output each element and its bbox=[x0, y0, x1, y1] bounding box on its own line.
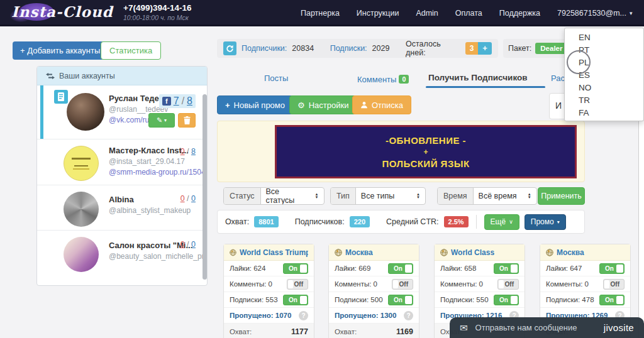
time-filter: Время Всё время ▲▼ bbox=[437, 187, 537, 205]
account-name: Albina bbox=[109, 195, 191, 204]
quota-total[interactable]: 8 bbox=[187, 95, 192, 107]
unsubscribe-button[interactable]: Отписка bbox=[352, 95, 411, 114]
statistics-button[interactable]: Статистика bbox=[101, 41, 161, 60]
comments-value: Комменты: 0 bbox=[546, 280, 589, 288]
promo-card-header[interactable]: Москва bbox=[329, 244, 419, 261]
refresh-button[interactable] bbox=[223, 41, 236, 55]
likes-toggle[interactable]: On bbox=[599, 263, 625, 274]
status-filter-select[interactable]: Все статусы ▲▼ bbox=[261, 188, 324, 204]
accounts-panel-header: Ваши аккаунты bbox=[37, 67, 207, 85]
avatar[interactable] bbox=[64, 237, 99, 272]
page-scrollbar-track[interactable] bbox=[638, 121, 644, 338]
account-row-albina[interactable]: Albina @albina_stylist_makeup 0 / 0 bbox=[37, 185, 207, 230]
avatar[interactable] bbox=[64, 146, 99, 181]
days-left-value: 3 bbox=[465, 42, 478, 55]
subscriptions-toggle[interactable]: On bbox=[599, 295, 625, 305]
tab-comments[interactable]: Комменты0 bbox=[357, 74, 409, 85]
status-filter-label: Статус bbox=[224, 188, 261, 204]
subscriptions-row: Подписки: 553 On bbox=[224, 292, 314, 308]
plus-icon: + bbox=[225, 101, 230, 110]
help-icon[interactable]: ? bbox=[299, 311, 308, 320]
account-handle: @beauty_salon_michelle_profi bbox=[109, 252, 208, 261]
account-row-master-class[interactable]: Мастер-Класс Inst... @insta_start_29.04.… bbox=[37, 139, 207, 185]
time-filter-select[interactable]: Всё время ▲▼ bbox=[474, 188, 536, 204]
card-reach-label: Охват: bbox=[230, 328, 252, 335]
likes-toggle[interactable]: On bbox=[494, 263, 519, 274]
likes-toggle[interactable]: On bbox=[283, 263, 308, 274]
subscriptions-toggle[interactable]: On bbox=[283, 295, 308, 305]
package-badge: Dealer bbox=[535, 43, 567, 54]
promo-card-header[interactable]: Москва bbox=[540, 244, 630, 261]
lang-option-no[interactable]: NO bbox=[565, 82, 643, 94]
quota-used[interactable]: 0 bbox=[180, 194, 185, 203]
brand-logo[interactable]: Insta-Cloud bbox=[11, 3, 113, 20]
comments-toggle[interactable]: Off bbox=[603, 279, 625, 290]
help-icon[interactable]: ? bbox=[404, 311, 413, 320]
quota-used[interactable]: 7 bbox=[174, 95, 179, 107]
promo-dropdown-button[interactable]: Промо ▾ bbox=[525, 214, 566, 230]
chevron-down-icon: ▾ bbox=[164, 117, 167, 123]
tab-get-subscribers[interactable]: Получить Подписчиков bbox=[428, 73, 528, 82]
more-button[interactable]: Ещё ∨ bbox=[484, 214, 519, 230]
add-accounts-button[interactable]: + Добавить аккаунты bbox=[13, 41, 108, 60]
profile-stats-bar: Подписчики: 20834 Подписки: 2029 Осталос… bbox=[217, 39, 498, 58]
document-icon bbox=[57, 92, 65, 101]
likes-toggle[interactable]: On bbox=[388, 263, 413, 274]
lang-option-tr[interactable]: TR bbox=[565, 94, 643, 107]
promo-card-header[interactable]: World Class Triumph bbox=[224, 244, 314, 261]
updown-arrows-icon: ▲▼ bbox=[416, 193, 420, 199]
app: Insta-Cloud +7(499)394-14-16 10:00-18:00… bbox=[0, 0, 644, 338]
comments-toggle[interactable]: Off bbox=[287, 279, 308, 290]
subscriptions-toggle[interactable]: On bbox=[494, 295, 519, 305]
tab-posts[interactable]: Посты bbox=[264, 74, 288, 83]
avatar[interactable] bbox=[64, 192, 99, 227]
avatar[interactable] bbox=[67, 93, 104, 131]
facebook-icon: f bbox=[162, 97, 171, 106]
account-row-salon[interactable]: Салон красоты "Mi... @beauty_salon_miche… bbox=[37, 230, 207, 277]
more-label: Ещё bbox=[491, 217, 506, 226]
promo-card-header[interactable]: World Class bbox=[435, 244, 525, 261]
sidebar-scrollbar[interactable] bbox=[203, 94, 207, 280]
selected-account-stripe bbox=[40, 85, 43, 139]
globe-icon bbox=[546, 249, 553, 256]
comments-toggle[interactable]: Off bbox=[392, 279, 413, 290]
account-row-ruslan[interactable]: Руслан Тедеев @ruslan__tedeev @vk.com/ru… bbox=[37, 85, 207, 139]
accounts-panel-title: Ваши аккаунты bbox=[59, 72, 115, 80]
update-banner[interactable]: -ОБНОВЛЕНИЕ - + ПОЛЬСКИЙ ЯЗЫК bbox=[275, 125, 577, 178]
lang-option-en[interactable]: EN bbox=[565, 31, 643, 44]
chat-widget[interactable]: ✉ Отправьте нам сообщение jivosite bbox=[450, 317, 644, 338]
add-days-button[interactable]: + bbox=[478, 42, 492, 55]
top-navbar: Insta-Cloud +7(499)394-14-16 10:00-18:00… bbox=[0, 0, 644, 26]
subscriptions-toggle[interactable]: On bbox=[388, 295, 413, 305]
facebook-quota-badge[interactable]: f 7 / 8 bbox=[159, 94, 196, 108]
card-reach-value: 1177 bbox=[291, 327, 308, 336]
nav-item-partners[interactable]: Партнерка bbox=[301, 9, 340, 18]
nav-item-payment[interactable]: Оплата bbox=[455, 9, 482, 18]
account-link[interactable]: @smm-media-group.ru/1504 bbox=[109, 168, 206, 177]
new-promo-button[interactable]: + Новый промо bbox=[217, 95, 293, 114]
quota-total[interactable]: 8 bbox=[191, 147, 196, 156]
user-account-menu[interactable]: 79258671530@m... ▾ bbox=[557, 9, 633, 18]
quota-used[interactable]: 0 bbox=[180, 147, 185, 156]
nav-item-instructions[interactable]: Инструкции bbox=[357, 9, 399, 18]
edit-account-button[interactable]: ✎ ▾ bbox=[148, 113, 175, 128]
ctr-label: Средний CTR: bbox=[386, 217, 438, 226]
reach-label: Охват: bbox=[225, 217, 249, 226]
quota-total[interactable]: 0 bbox=[191, 240, 196, 249]
delete-account-button[interactable] bbox=[178, 113, 196, 128]
nav-item-admin[interactable]: Admin bbox=[416, 9, 438, 18]
document-badge-icon[interactable] bbox=[54, 90, 68, 104]
lang-option-fa[interactable]: FA bbox=[565, 107, 643, 119]
tab-comments-label: Комменты bbox=[357, 75, 396, 84]
skipped-row: Пропущено: 1300 ? bbox=[329, 308, 419, 324]
gear-icon: ⚙ bbox=[297, 101, 305, 110]
type-filter-select[interactable]: Все типы ▲▼ bbox=[356, 188, 425, 204]
nav-item-support[interactable]: Поддержка bbox=[499, 9, 540, 18]
quota-used[interactable]: 0 bbox=[180, 240, 185, 249]
account-handle: @albina_stylist_makeup bbox=[109, 206, 191, 215]
time-filter-label: Время bbox=[438, 188, 474, 204]
apply-button[interactable]: Применить bbox=[538, 187, 585, 205]
quota-total[interactable]: 0 bbox=[191, 194, 196, 203]
exchange-arrows-icon bbox=[46, 73, 55, 79]
comments-toggle[interactable]: Off bbox=[497, 279, 519, 290]
